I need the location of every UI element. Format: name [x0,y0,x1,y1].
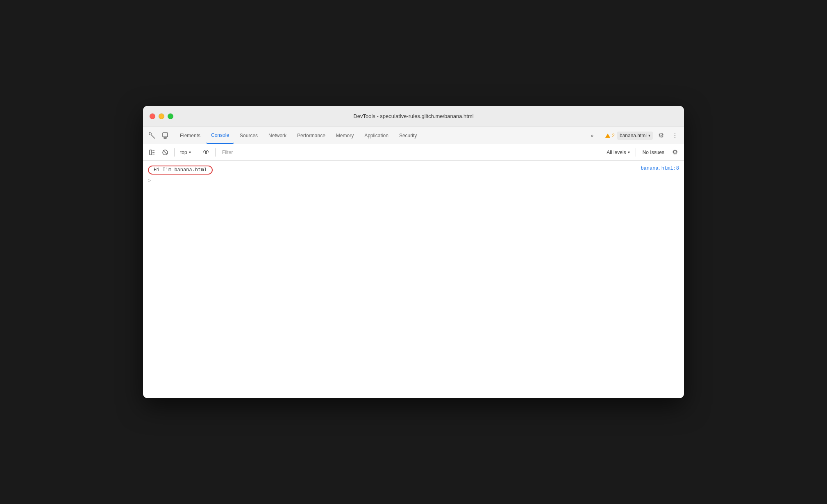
console-message: Hi I'm banana.html [148,166,213,175]
divider [197,148,197,157]
more-options-button[interactable]: ⋮ [669,130,681,141]
tab-security[interactable]: Security [394,127,422,144]
devtools-window: DevTools - speculative-rules.glitch.me/b… [143,106,684,398]
warning-badge[interactable]: 2 [605,133,615,138]
tab-icon-group [146,130,171,141]
title-bar: DevTools - speculative-rules.glitch.me/b… [143,106,684,127]
console-expand-row: > [143,176,684,185]
tab-memory[interactable]: Memory [331,127,359,144]
console-toolbar: top ▾ 👁 All levels ▾ No Issues ⚙ [143,144,684,161]
chevron-down-icon: ▾ [648,133,650,138]
traffic-lights [150,114,173,119]
console-source-link[interactable]: banana.html:8 [641,166,679,171]
svg-rect-3 [164,137,166,138]
svg-line-11 [163,150,167,154]
tab-sources[interactable]: Sources [235,127,263,144]
divider [174,148,175,157]
more-tabs-button[interactable]: » [588,131,597,140]
svg-rect-6 [150,150,152,155]
close-button[interactable] [150,114,155,119]
maximize-button[interactable] [168,114,173,119]
device-toolbar-icon[interactable] [159,130,171,141]
tab-performance[interactable]: Performance [292,127,330,144]
window-title: DevTools - speculative-rules.glitch.me/b… [353,113,473,119]
minimize-button[interactable] [159,114,164,119]
svg-rect-0 [149,133,151,135]
gear-icon: ⚙ [658,132,664,139]
no-issues-button[interactable]: No Issues [639,148,668,157]
file-selector[interactable]: banana.html ▾ [617,132,653,140]
filter-input[interactable] [219,148,603,157]
console-log-text: Hi I'm banana.html [148,166,213,175]
expand-arrow-icon[interactable]: > [148,178,151,184]
chevron-down-icon: ▾ [628,150,630,154]
tab-elements[interactable]: Elements [175,127,205,144]
divider [636,148,636,157]
divider [215,148,216,157]
svg-line-1 [151,135,155,138]
eye-icon-button[interactable]: 👁 [200,147,212,158]
console-content: Hi I'm banana.html banana.html:8 > [143,161,684,398]
tab-right-controls: » 2 banana.html ▾ ⚙ ⋮ [588,130,681,141]
devtools-tab-bar: Elements Console Sources Network Perform… [143,127,684,144]
gear-icon: ⚙ [672,148,678,156]
divider [601,132,601,140]
tab-console[interactable]: Console [206,127,234,144]
more-vert-icon: ⋮ [672,132,678,139]
context-selector[interactable]: top ▾ [178,148,193,157]
console-settings-button[interactable]: ⚙ [669,147,681,158]
svg-rect-2 [163,133,168,137]
inspect-element-icon[interactable] [146,130,158,141]
clear-console-button[interactable] [159,147,171,158]
tab-application[interactable]: Application [359,127,393,144]
chevron-down-icon: ▾ [189,150,191,154]
settings-button[interactable]: ⚙ [655,130,667,141]
warning-triangle-icon [605,134,610,138]
tab-network[interactable]: Network [264,127,291,144]
eye-icon: 👁 [203,149,209,156]
levels-selector[interactable]: All levels ▾ [604,148,632,157]
console-sidebar-button[interactable] [146,147,158,158]
table-row: Hi I'm banana.html banana.html:8 [143,164,684,176]
